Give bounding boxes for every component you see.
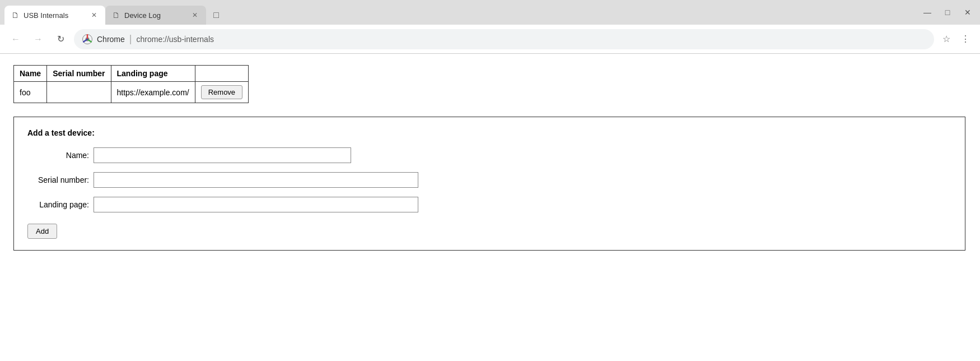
row-name-cell: foo — [14, 82, 47, 103]
bookmark-icon: ☆ — [942, 34, 950, 44]
row-action-cell: Remove — [195, 82, 248, 103]
tab-device-log[interactable]: 🗋 Device Log ✕ — [105, 6, 206, 25]
tab-usb-label: USB Internals — [24, 11, 85, 20]
serial-form-row: Serial number: — [27, 172, 951, 188]
reload-icon: ↻ — [57, 34, 64, 44]
tab-usb-internals[interactable]: 🗋 USB Internals ✕ — [4, 6, 105, 25]
name-label: Name: — [27, 151, 89, 160]
new-tab-button[interactable]: □ — [208, 7, 224, 23]
device-table: Name Serial number Landing page foo http… — [13, 65, 249, 103]
add-device-box: Add a test device: Name: Serial number: … — [13, 117, 965, 251]
forward-icon: → — [34, 34, 43, 44]
close-icon: ✕ — [964, 8, 971, 17]
maximize-icon: □ — [945, 8, 950, 17]
tab-strip: 🗋 USB Internals ✕ 🗋 Device Log ✕ □ — [4, 3, 224, 22]
forward-button[interactable]: → — [29, 30, 47, 48]
address-bar-actions: ☆ ⋮ — [939, 31, 973, 47]
row-serial-cell — [47, 82, 111, 103]
name-form-row: Name: — [27, 147, 951, 163]
minimize-icon: — — [923, 8, 931, 17]
back-icon: ← — [11, 34, 20, 44]
add-device-title: Add a test device: — [27, 128, 951, 137]
landing-label: Landing page: — [27, 200, 89, 209]
address-separator: | — [129, 33, 132, 45]
maximize-button[interactable]: □ — [940, 4, 955, 20]
tab-page-icon2: 🗋 — [112, 11, 120, 20]
new-tab-icon: □ — [213, 10, 219, 20]
name-input[interactable] — [94, 147, 351, 163]
menu-icon: ⋮ — [961, 34, 970, 44]
window-controls: — □ ✕ — [920, 4, 976, 20]
table-row: foo https://example.com/ Remove — [14, 82, 249, 103]
page-content: Name Serial number Landing page foo http… — [0, 54, 980, 361]
serial-input[interactable] — [94, 172, 418, 188]
address-path-label: chrome://usb-internals — [136, 35, 926, 44]
col-header-action — [195, 66, 248, 82]
title-bar: 🗋 USB Internals ✕ 🗋 Device Log ✕ □ — □ ✕ — [0, 0, 980, 25]
bookmark-button[interactable]: ☆ — [939, 31, 954, 47]
tab-page-icon: 🗋 — [11, 11, 19, 20]
col-header-name: Name — [14, 66, 47, 82]
reload-button[interactable]: ↻ — [52, 30, 69, 48]
close-button[interactable]: ✕ — [960, 4, 976, 20]
col-header-landing: Landing page — [111, 66, 195, 82]
tab-usb-close-icon[interactable]: ✕ — [90, 11, 99, 20]
add-button[interactable]: Add — [27, 224, 57, 239]
address-bar[interactable]: Chrome | chrome://usb-internals — [74, 29, 934, 49]
address-site-label: Chrome — [97, 35, 125, 44]
landing-form-row: Landing page: — [27, 197, 951, 212]
back-button[interactable]: ← — [7, 30, 25, 48]
chrome-logo-icon — [82, 34, 92, 44]
remove-button[interactable]: Remove — [201, 85, 242, 99]
col-header-serial: Serial number — [47, 66, 111, 82]
serial-label: Serial number: — [27, 175, 89, 184]
nav-bar: ← → ↻ Chrome | chrome://usb-internals ☆ … — [0, 25, 980, 54]
landing-input[interactable] — [94, 197, 418, 212]
row-landing-cell: https://example.com/ — [111, 82, 195, 103]
minimize-button[interactable]: — — [920, 4, 935, 20]
tab-devicelog-close-icon[interactable]: ✕ — [190, 11, 199, 20]
menu-button[interactable]: ⋮ — [958, 31, 973, 47]
tab-devicelog-label: Device Log — [124, 11, 186, 20]
